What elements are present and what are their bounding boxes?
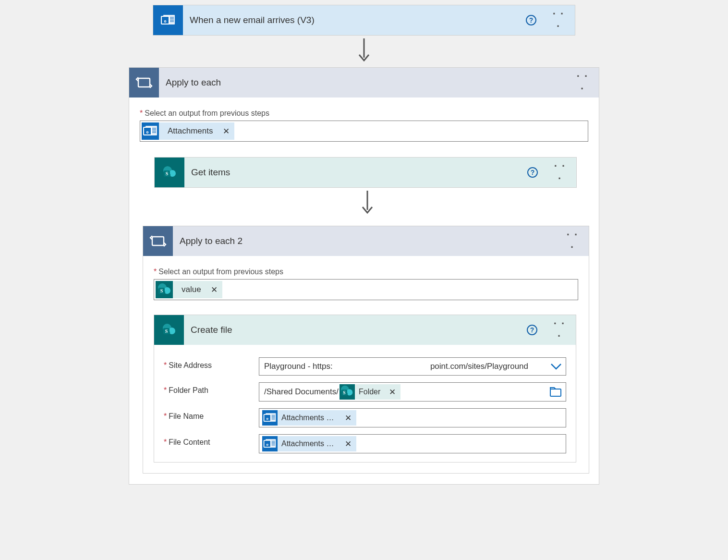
trigger-header[interactable]: When a new email arrives (V3) ? · · · (153, 5, 575, 35)
chevron-down-icon[interactable] (550, 362, 562, 371)
loop-icon (129, 68, 159, 97)
attachments-name-token[interactable]: Attachments N… ✕ (262, 410, 356, 426)
file-name-input[interactable]: Attachments N… ✕ (259, 408, 566, 427)
folder-path-label: *Folder Path (164, 382, 250, 395)
create-file-menu-button[interactable]: · · · (552, 317, 567, 342)
apply-to-each-card: Apply to each · · · *Select an output fr… (129, 67, 599, 485)
arrow-icon (357, 38, 371, 62)
loop2-menu-button[interactable]: · · · (565, 229, 580, 254)
remove-token-button[interactable]: ✕ (223, 126, 234, 136)
select-output-label: *Select an output from previous steps (154, 268, 578, 276)
attachments-token[interactable]: Attachments ✕ (142, 122, 234, 140)
outlook-icon (262, 436, 278, 451)
folder-token[interactable]: Folder ✕ (340, 384, 400, 400)
file-content-input[interactable]: Attachments C… ✕ (259, 434, 566, 453)
site-address-label: *Site Address (164, 357, 250, 370)
outlook-icon (262, 410, 278, 426)
apply-to-each-header[interactable]: Apply to each · · · (129, 68, 599, 97)
folder-path-input[interactable]: /Shared Documents/ Folder ✕ (259, 382, 566, 402)
apply-to-each-2-card: Apply to each 2 · · · *Select an output … (143, 226, 589, 474)
loop-icon (143, 226, 173, 256)
loop1-title: Apply to each (166, 77, 568, 88)
file-content-label: *File Content (164, 434, 250, 447)
loop2-title: Apply to each 2 (180, 236, 558, 246)
create-file-title: Create file (191, 325, 520, 335)
arrow-icon (361, 191, 374, 215)
create-file-card: Create file ? · · · *Site Address Playgr… (154, 315, 576, 463)
value-token[interactable]: value ✕ (156, 281, 222, 298)
apply-to-each-2-header[interactable]: Apply to each 2 · · · (143, 226, 589, 256)
sharepoint-icon (156, 281, 173, 298)
get-items-card: Get items ? · · · (154, 157, 577, 188)
help-icon[interactable]: ? (527, 325, 537, 335)
attachments-content-token[interactable]: Attachments C… ✕ (262, 436, 356, 451)
outlook-icon (142, 122, 159, 140)
sharepoint-icon (340, 384, 355, 400)
create-file-header[interactable]: Create file ? · · · (154, 315, 576, 345)
remove-token-button[interactable]: ✕ (340, 439, 356, 449)
outlook-icon (153, 5, 183, 35)
get-items-title: Get items (191, 167, 521, 178)
file-name-label: *File Name (164, 408, 250, 421)
help-icon[interactable]: ? (526, 15, 536, 25)
get-items-menu-button[interactable]: · · · (552, 160, 568, 185)
help-icon[interactable]: ? (527, 167, 538, 178)
sharepoint-icon (154, 315, 184, 345)
remove-token-button[interactable]: ✕ (211, 285, 222, 295)
trigger-menu-button[interactable]: · · · (551, 8, 566, 33)
select-output-input[interactable]: value ✕ (154, 279, 578, 300)
loop1-menu-button[interactable]: · · · (575, 70, 590, 95)
folder-picker-icon[interactable] (549, 386, 562, 398)
trigger-title: When a new email arrives (V3) (190, 15, 519, 25)
sharepoint-icon (155, 158, 184, 187)
remove-token-button[interactable]: ✕ (384, 387, 400, 397)
select-output-input[interactable]: Attachments ✕ (140, 121, 588, 142)
select-output-label: *Select an output from previous steps (140, 109, 588, 118)
trigger-card: When a new email arrives (V3) ? · · · (153, 5, 575, 36)
get-items-header[interactable]: Get items ? · · · (155, 158, 576, 187)
site-address-select[interactable]: Playground - https: point.com/sites/Play… (259, 357, 566, 376)
remove-token-button[interactable]: ✕ (340, 413, 356, 423)
